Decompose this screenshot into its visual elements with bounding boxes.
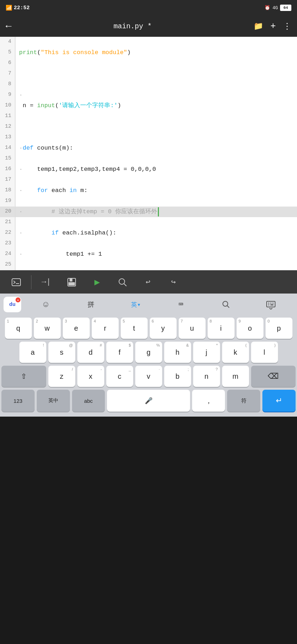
line-num-12: 12 xyxy=(0,122,16,132)
code-line-11: 11 xyxy=(0,111,297,122)
key-f[interactable]: $f xyxy=(106,342,133,363)
line-num-20: 20 xyxy=(0,207,16,217)
code-editor[interactable]: 4 5 print("This is console module") 6 7 … xyxy=(0,37,297,270)
code-line-12: 12 xyxy=(0,122,297,132)
redo-button[interactable]: ↪ xyxy=(161,273,186,291)
line-content-9: · xyxy=(16,90,297,100)
key-c[interactable]: _c xyxy=(106,366,133,387)
key-s[interactable]: @s xyxy=(48,342,75,363)
key-m[interactable]: m xyxy=(222,366,249,387)
key-p[interactable]: 0p xyxy=(266,318,292,339)
key-x[interactable]: -x xyxy=(77,366,104,387)
line-num-15: 15 xyxy=(0,153,16,164)
code-line-5: 5 print("This is console module") xyxy=(0,47,297,58)
more-button[interactable]: ⋮ xyxy=(283,21,291,31)
line-num-13: 13 xyxy=(0,132,16,143)
line-num-14: 14 xyxy=(0,143,16,153)
new-file-button[interactable]: + xyxy=(270,21,276,31)
battery-icon: 64 xyxy=(280,5,291,11)
key-shift[interactable]: ⇧ xyxy=(1,366,46,387)
line-content-20: · # 这边去掉temp = 0 你应该在循环外 xyxy=(16,207,297,217)
key-g[interactable]: %g xyxy=(135,342,162,363)
line-num-8: 8 xyxy=(0,79,16,90)
tab-button[interactable]: →| xyxy=(34,273,59,291)
key-n[interactable]: ?n xyxy=(193,366,220,387)
file-title: main.py * xyxy=(17,22,248,30)
code-line-21: 21 xyxy=(0,217,297,228)
key-v[interactable]: ·v xyxy=(135,366,162,387)
key-d[interactable]: #d xyxy=(77,342,104,363)
line-content-8 xyxy=(16,79,297,90)
line-content-21 xyxy=(16,217,297,228)
code-line-24: 24 · temp1 += 1 xyxy=(0,249,297,260)
key-comma[interactable]: ， xyxy=(192,390,225,412)
title-bar: ← main.py * 📁 + ⋮ xyxy=(0,16,297,37)
key-abc[interactable]: abc xyxy=(72,390,105,412)
key-y[interactable]: 6y xyxy=(150,318,177,339)
hide-keyboard-button[interactable] xyxy=(249,297,294,312)
baidu-ime-button[interactable]: du ★ xyxy=(4,297,21,312)
code-line-6: 6 xyxy=(0,58,297,69)
key-u[interactable]: 7u xyxy=(179,318,206,339)
code-line-16: 16 · temp1,temp2,temp3,temp4 = 0,0,0,0 xyxy=(0,164,297,175)
line-num-10: 10 xyxy=(0,100,16,111)
line-num-21: 21 xyxy=(0,217,16,228)
key-backspace[interactable]: ⌫ xyxy=(251,366,296,387)
line-content-16: · temp1,temp2,temp3,temp4 = 0,0,0,0 xyxy=(16,164,297,175)
undo-button[interactable]: ↩ xyxy=(135,273,161,291)
keyboard: 1q 2w 3e 4r 5t 6y 7u 8i 9o 0p !a @s #d $… xyxy=(0,315,297,417)
line-content-7 xyxy=(16,69,297,79)
terminal-button[interactable] xyxy=(4,273,29,291)
key-enter[interactable]: ↵ xyxy=(262,390,296,412)
cursor-button[interactable]: ⌨ xyxy=(159,297,204,312)
notification-badge: ★ xyxy=(16,297,20,302)
key-o[interactable]: 9o xyxy=(237,318,263,339)
line-content-15 xyxy=(16,153,297,164)
code-line-7: 7 xyxy=(0,69,297,79)
key-h[interactable]: &h xyxy=(164,342,191,363)
line-num-7: 7 xyxy=(0,69,16,79)
key-z[interactable]: /z xyxy=(48,366,75,387)
english-mode-button[interactable]: 英▾ xyxy=(113,297,159,312)
key-q[interactable]: 1q xyxy=(5,318,32,339)
code-line-19: 19 xyxy=(0,196,297,207)
run-button[interactable]: ▶ xyxy=(84,273,110,291)
key-l[interactable]: )l xyxy=(251,342,278,363)
folder-button[interactable]: 📁 xyxy=(254,22,263,31)
alarm-icon: ⏰ xyxy=(265,5,270,11)
key-k[interactable]: (k xyxy=(222,342,249,363)
key-space[interactable]: 🎤 xyxy=(107,390,190,412)
key-chinese-english[interactable]: 英中 xyxy=(37,390,70,412)
line-content-12 xyxy=(16,122,297,132)
line-num-6: 6 xyxy=(0,58,16,69)
line-content-10: n = input('请输入一个字符串:') xyxy=(16,100,297,111)
line-num-24: 24 xyxy=(0,249,16,260)
code-line-9: 9 · xyxy=(0,90,297,100)
key-t[interactable]: 5t xyxy=(121,318,148,339)
key-b[interactable]: ;b xyxy=(164,366,191,387)
ime-search-button[interactable] xyxy=(203,297,249,312)
key-i[interactable]: 8i xyxy=(208,318,234,339)
save-button[interactable] xyxy=(59,273,84,291)
back-button[interactable]: ← xyxy=(6,21,12,32)
emoji-button[interactable]: ☺ xyxy=(23,297,69,312)
key-a[interactable]: !a xyxy=(19,342,46,363)
code-line-10: 10 n = input('请输入一个字符串:') xyxy=(0,100,297,111)
search-button[interactable] xyxy=(110,273,135,291)
line-content-24: · temp1 += 1 xyxy=(16,249,297,260)
key-j[interactable]: *j xyxy=(193,342,220,363)
key-r[interactable]: 4r xyxy=(92,318,119,339)
key-w[interactable]: 2w xyxy=(34,318,61,339)
line-content-18: · for each in m: xyxy=(16,185,297,196)
keyboard-row-3: ⇧ /z -x _c ·v ;b ?n m ⌫ xyxy=(1,366,296,387)
line-num-19: 19 xyxy=(0,196,16,207)
editor-toolbar: →| ▶ ↩ ↪ xyxy=(0,270,297,294)
pinyin-button[interactable]: 拼 xyxy=(69,297,114,312)
line-num-11: 11 xyxy=(0,111,16,122)
key-e[interactable]: 3e xyxy=(63,318,90,339)
code-line-13: 13 xyxy=(0,132,297,143)
signal-4g: 4G xyxy=(272,5,278,11)
svg-rect-4 xyxy=(69,282,75,285)
key-symbols[interactable]: 符 xyxy=(227,390,260,412)
key-numbers[interactable]: 123 xyxy=(1,390,35,412)
